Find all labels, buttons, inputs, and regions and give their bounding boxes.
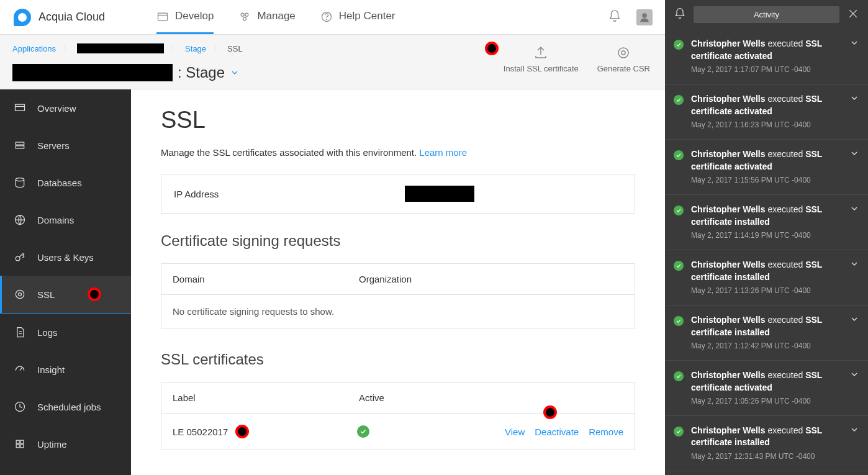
annotation-marker <box>485 42 499 55</box>
breadcrumb-applications[interactable]: Applications <box>12 44 56 53</box>
sidebar-item-logs[interactable]: Logs <box>0 314 131 351</box>
chevron-down-icon[interactable] <box>849 425 859 437</box>
generate-csr-button[interactable]: Generate CSR <box>597 45 650 73</box>
sidebar-item-uptime[interactable]: Uptime <box>0 425 131 463</box>
breadcrumb-ssl: SSL <box>227 44 243 53</box>
activity-item[interactable]: Christopher Wells executed SSL certifica… <box>665 416 868 471</box>
csr-col-org: Organization <box>359 274 412 284</box>
install-ssl-button[interactable]: Install SSL certificate <box>504 45 579 73</box>
success-check-icon <box>674 261 684 271</box>
svg-point-16 <box>16 256 20 261</box>
chevron-down-icon[interactable] <box>849 314 859 327</box>
svg-point-17 <box>16 290 24 298</box>
csr-heading: Certificate signing requests <box>161 232 635 250</box>
chevron-down-icon[interactable] <box>849 259 859 271</box>
svg-rect-25 <box>16 445 19 448</box>
chevron-right-icon: 〉 <box>214 44 220 53</box>
sidebar-label: SSL <box>37 289 55 300</box>
svg-point-8 <box>618 48 628 58</box>
logs-icon <box>14 326 26 338</box>
sidebar-item-databases[interactable]: Databases <box>0 164 131 201</box>
cert-remove-link[interactable]: Remove <box>589 427 623 437</box>
activity-item[interactable]: Christopher Wells executed SSL certifica… <box>665 250 868 305</box>
annotation-marker <box>88 287 101 301</box>
sidebar-label: Scheduled jobs <box>37 402 101 412</box>
generate-csr-label: Generate CSR <box>597 64 650 73</box>
activity-button[interactable]: Activity <box>694 6 839 23</box>
activity-item[interactable]: Christopher Wells executed SSL certifica… <box>665 140 868 195</box>
cert-deactivate-link[interactable]: Deactivate <box>535 427 579 437</box>
svg-point-18 <box>19 293 22 296</box>
chevron-down-icon[interactable] <box>849 93 859 106</box>
activity-timestamp: May 2, 2017 1:05:26 PM UTC -0400 <box>691 396 842 407</box>
chevron-down-icon[interactable] <box>849 148 859 161</box>
activity-timestamp: May 2, 2017 1:15:56 PM UTC -0400 <box>691 175 842 186</box>
svg-rect-0 <box>158 13 168 20</box>
brand-text: Acquia Cloud <box>38 11 105 24</box>
brand[interactable]: Acquia Cloud <box>0 9 132 26</box>
tab-develop-label: Develop <box>175 10 214 22</box>
success-check-icon <box>674 206 684 215</box>
success-check-icon <box>674 95 684 105</box>
csr-col-domain: Domain <box>173 274 359 284</box>
sidebar-label: Overview <box>37 103 76 114</box>
activity-verb: executed <box>767 204 803 214</box>
activity-verb: executed <box>767 94 803 104</box>
activity-user: Christopher Wells <box>691 94 766 104</box>
sidebar-item-overview[interactable]: Overview <box>0 89 131 127</box>
chevron-down-icon[interactable] <box>849 38 859 50</box>
activity-verb: executed <box>767 370 803 380</box>
cert-label: LE 05022017 <box>173 427 228 437</box>
cert-view-link[interactable]: View <box>505 427 525 437</box>
tab-help-label: Help Center <box>339 10 396 22</box>
activity-item[interactable]: Christopher Wells executed SSL certifica… <box>665 195 868 250</box>
sidebar-item-ssl[interactable]: SSL <box>0 276 131 314</box>
chevron-down-icon[interactable] <box>849 369 859 382</box>
annotation-marker <box>235 425 249 438</box>
tab-manage-label: Manage <box>257 10 295 22</box>
sidebar-label: Uptime <box>37 439 67 450</box>
chevron-down-icon <box>230 64 240 81</box>
csr-table: Domain Organization No certificate signi… <box>161 263 635 328</box>
breadcrumb-stage[interactable]: Stage <box>185 44 206 53</box>
learn-more-link[interactable]: Learn more <box>419 147 467 158</box>
manage-icon <box>238 11 251 22</box>
sidebar-label: Users & Keys <box>37 252 94 263</box>
activity-verb: executed <box>767 425 803 435</box>
activity-bell-icon[interactable] <box>674 7 686 22</box>
close-icon[interactable] <box>847 7 859 22</box>
tab-help[interactable]: Help Center <box>320 0 396 34</box>
develop-icon <box>156 11 169 22</box>
activity-user: Christopher Wells <box>691 315 766 325</box>
activity-item[interactable]: Christopher Wells executed SSL certifica… <box>665 361 868 416</box>
activity-user: Christopher Wells <box>691 149 766 159</box>
sidebar-item-insight[interactable]: Insight <box>0 351 131 388</box>
install-ssl-label: Install SSL certificate <box>504 64 579 73</box>
activity-item[interactable]: Christopher Wells executed SSL certifica… <box>665 84 868 140</box>
content-area: SSL Manage the SSL certificates associat… <box>131 89 665 475</box>
activity-timestamp: May 2, 2017 1:12:42 PM UTC -0400 <box>691 341 842 351</box>
sidebar-label: Databases <box>37 178 82 188</box>
activity-item[interactable]: Christopher Wells executed SSL certifica… <box>665 29 868 84</box>
success-check-icon <box>674 371 684 381</box>
env-name-redacted <box>12 64 173 81</box>
environment-title[interactable]: : Stage <box>12 64 240 81</box>
annotation-marker <box>543 405 557 419</box>
chevron-down-icon[interactable] <box>849 204 859 216</box>
sidebar-item-scheduled[interactable]: Scheduled jobs <box>0 388 131 425</box>
user-avatar[interactable] <box>636 9 653 25</box>
sidebar-item-servers[interactable]: Servers <box>0 127 131 164</box>
tab-develop[interactable]: Develop <box>156 0 214 34</box>
sidebar-item-domains[interactable]: Domains <box>0 201 131 238</box>
page-description: Manage the SSL certificates associated w… <box>161 147 635 158</box>
activity-user: Christopher Wells <box>691 370 766 380</box>
activity-timestamp: May 2, 2017 12:31:43 PM UTC -0400 <box>691 451 842 462</box>
notifications-icon[interactable] <box>608 9 622 25</box>
sidebar: Overview Servers Databases Domains Users… <box>0 89 131 475</box>
activity-item[interactable]: Christopher Wells executed SSL certifica… <box>665 305 868 361</box>
activity-verb: executed <box>767 38 803 48</box>
certs-table: Label Active LE 05022017 View Deactivate… <box>161 382 635 450</box>
ip-address-label: IP Address <box>174 189 219 199</box>
sidebar-item-users[interactable]: Users & Keys <box>0 238 131 276</box>
tab-manage[interactable]: Manage <box>238 0 295 34</box>
